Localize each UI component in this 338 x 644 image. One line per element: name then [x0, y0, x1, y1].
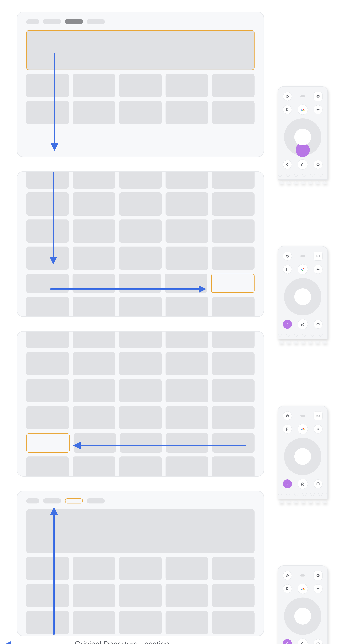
power-button[interactable]	[283, 571, 292, 580]
card[interactable]	[212, 74, 254, 97]
card[interactable]	[72, 274, 115, 293]
card[interactable]	[166, 456, 208, 476]
card[interactable]	[26, 406, 69, 430]
dpad[interactable]	[284, 278, 322, 316]
card[interactable]	[26, 192, 69, 216]
settings-button[interactable]	[314, 105, 322, 114]
card[interactable]	[26, 379, 69, 402]
input-button[interactable]	[314, 92, 322, 101]
card[interactable]	[26, 611, 69, 634]
assistant-button[interactable]	[298, 264, 308, 274]
power-button[interactable]	[283, 92, 292, 101]
tab-item[interactable]	[87, 19, 105, 24]
card[interactable]	[166, 406, 208, 430]
card[interactable]	[119, 557, 162, 580]
card[interactable]	[26, 246, 69, 270]
card[interactable]	[119, 331, 162, 348]
card[interactable]	[26, 352, 69, 375]
card[interactable]	[212, 352, 254, 375]
tab-item[interactable]	[43, 19, 61, 24]
home-button[interactable]	[298, 638, 308, 644]
card[interactable]	[119, 246, 162, 270]
card[interactable]	[73, 74, 115, 97]
home-button[interactable]	[298, 479, 308, 489]
settings-button[interactable]	[314, 424, 322, 434]
card[interactable]	[73, 584, 115, 607]
tab-item[interactable]	[26, 19, 39, 24]
back-button-highlight[interactable]	[283, 639, 292, 644]
card[interactable]	[166, 379, 208, 402]
card[interactable]	[212, 192, 254, 216]
card[interactable]	[212, 220, 254, 243]
card[interactable]	[166, 584, 208, 607]
card[interactable]	[120, 433, 162, 452]
tab-item[interactable]	[87, 498, 105, 504]
card[interactable]	[73, 406, 115, 430]
card[interactable]	[212, 331, 254, 348]
back-button[interactable]	[283, 160, 292, 169]
card[interactable]	[119, 171, 162, 188]
card[interactable]	[26, 584, 69, 607]
card[interactable]	[26, 101, 69, 124]
card[interactable]	[26, 456, 69, 476]
back-button-highlight[interactable]	[283, 480, 292, 488]
hero-banner-focused[interactable]	[26, 30, 254, 70]
card[interactable]	[212, 171, 254, 188]
hero-banner[interactable]	[26, 509, 254, 553]
tab-item-focused[interactable]	[65, 498, 83, 504]
assistant-button[interactable]	[298, 424, 308, 434]
card[interactable]	[166, 246, 208, 270]
card[interactable]	[212, 584, 254, 607]
card[interactable]	[212, 297, 254, 317]
card[interactable]	[212, 406, 254, 430]
card[interactable]	[212, 611, 254, 634]
settings-button[interactable]	[314, 584, 322, 593]
card[interactable]	[73, 101, 115, 124]
card[interactable]	[166, 101, 208, 124]
assistant-button[interactable]	[298, 584, 308, 594]
dpad-center[interactable]	[294, 288, 311, 305]
card[interactable]	[26, 74, 69, 97]
card[interactable]	[119, 220, 162, 243]
card[interactable]	[212, 456, 254, 476]
card[interactable]	[119, 352, 162, 375]
card[interactable]	[119, 379, 162, 402]
card[interactable]	[74, 433, 116, 452]
card[interactable]	[26, 274, 69, 293]
assistant-button[interactable]	[298, 104, 308, 115]
input-button[interactable]	[314, 571, 322, 580]
card[interactable]	[26, 331, 69, 348]
card[interactable]	[165, 274, 207, 293]
live-tv-button[interactable]	[314, 320, 322, 329]
power-button[interactable]	[283, 252, 292, 260]
card[interactable]	[73, 192, 115, 216]
card[interactable]	[166, 331, 208, 348]
input-button[interactable]	[314, 411, 322, 420]
live-tv-button[interactable]	[314, 639, 322, 644]
card[interactable]	[119, 74, 162, 97]
card[interactable]	[119, 406, 162, 430]
bookmark-button[interactable]	[283, 584, 292, 593]
card[interactable]	[26, 297, 69, 317]
card[interactable]	[166, 171, 208, 188]
card[interactable]	[166, 220, 208, 243]
card[interactable]	[73, 220, 115, 243]
bookmark-button[interactable]	[283, 265, 292, 274]
dpad-center[interactable]	[294, 448, 311, 465]
power-button[interactable]	[283, 411, 292, 420]
card[interactable]	[73, 246, 115, 270]
tab-item[interactable]	[43, 498, 61, 504]
card[interactable]	[26, 171, 69, 188]
bookmark-button[interactable]	[283, 105, 292, 114]
card[interactable]	[119, 274, 161, 293]
card[interactable]	[119, 611, 162, 634]
card[interactable]	[119, 192, 162, 216]
dpad[interactable]	[284, 598, 322, 635]
card[interactable]	[73, 331, 115, 348]
dpad[interactable]	[284, 438, 322, 475]
input-button[interactable]	[314, 252, 322, 260]
card[interactable]	[166, 192, 208, 216]
card[interactable]	[119, 101, 162, 124]
dpad-center[interactable]	[294, 608, 311, 624]
card[interactable]	[119, 584, 162, 607]
